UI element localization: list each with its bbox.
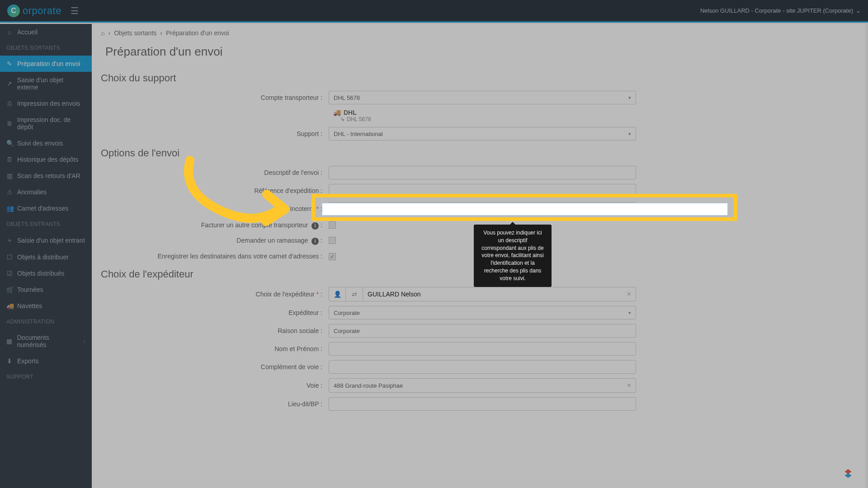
sidebar-item-anomalies[interactable]: ⚠Anomalies: [0, 184, 92, 200]
sidebar-item-external[interactable]: ↗Saisie d'un objet externe: [0, 72, 92, 95]
chevron-down-icon: ▾: [628, 131, 631, 137]
breadcrumb-l1[interactable]: Objets sortants: [114, 29, 156, 37]
section-options: Options de l'envoi: [92, 143, 866, 164]
sidebar-item-history[interactable]: 🗓Historique des dépôts: [0, 151, 92, 168]
expediter-name-input[interactable]: GUILLARD Nelson ×: [363, 287, 636, 301]
sidebar-section-incoming: OBJETS ENTRANTS: [0, 216, 92, 232]
sidebar-section-admin: ADMINISTRATION: [0, 314, 92, 329]
select-support[interactable]: DHL - International ▾: [329, 127, 636, 141]
logo[interactable]: C orporate: [7, 5, 61, 17]
label-ship-ref: Référence d'expédition :: [101, 187, 322, 194]
pencil-icon: ✎: [6, 60, 13, 67]
input-street[interactable]: 488 Grand-route Pasiphae×: [329, 378, 636, 393]
input-description[interactable]: [329, 166, 636, 179]
users-icon: 👥: [6, 205, 13, 212]
page-title: Préparation d'un envoi: [92, 42, 866, 68]
sidebar: ⌂ Accueil OBJETS SORTANTS ✎Préparation d…: [0, 24, 92, 488]
print-icon: ⎙: [6, 100, 13, 107]
sidebar-item-addressbook[interactable]: 👥Carnet d'adresses: [0, 200, 92, 216]
label-carrier-account: Compte transporteur :: [101, 94, 322, 101]
clear-icon[interactable]: ×: [627, 381, 631, 389]
grid-icon: ▦: [6, 338, 13, 345]
label-description: Descriptif de l'envoi :: [101, 169, 322, 176]
select-carrier-account[interactable]: DHL 5678 ▾: [329, 91, 636, 104]
sidebar-item-distributed[interactable]: ☑Objets distribués: [0, 265, 92, 282]
sidebar-item-preparation[interactable]: ✎Préparation d'un envoi: [0, 56, 92, 72]
select-value: DHL - International: [334, 131, 383, 137]
breadcrumb-home[interactable]: ⌂: [101, 29, 104, 37]
clear-icon[interactable]: ×: [627, 290, 631, 298]
sidebar-item-to-distribute[interactable]: ☐Objets à distribuer: [0, 249, 92, 265]
input-addr2[interactable]: [329, 360, 636, 374]
sidebar-item-print-ship[interactable]: ⎙Impression des envois: [0, 95, 92, 112]
plus-icon: ＋: [6, 236, 13, 244]
sidebar-item-label: Impression doc. de dépôt: [17, 116, 85, 131]
external-icon: ↗: [6, 80, 13, 87]
sidebar-item-label: Impression des envois: [17, 100, 80, 107]
label-expediter: Expéditeur :: [101, 309, 322, 316]
breadcrumb-l2: Préparation d'un envoi: [166, 29, 229, 37]
info-icon[interactable]: i: [311, 222, 319, 230]
box-icon: ☐: [6, 253, 13, 261]
carrier-name: DHL: [344, 109, 357, 116]
sidebar-item-label: Tournées: [17, 286, 43, 293]
label-save-addressbook: Enregistrer les destinataires dans votre…: [101, 252, 322, 260]
carrier-name-line: 🚚 DHL: [329, 109, 636, 116]
section-support-choice: Choix du support: [92, 68, 866, 89]
chevron-down-icon: ▾: [628, 95, 631, 101]
label-addr2: Complément de voie :: [101, 363, 322, 371]
checkbox-bill-other[interactable]: [329, 221, 336, 229]
checkbox-save-addressbook[interactable]: [329, 253, 336, 260]
chevron-down-icon: ⌄: [856, 7, 861, 14]
sidebar-item-scan-ar[interactable]: ▥Scan des retours d'AR: [0, 168, 92, 184]
sidebar-item-routes[interactable]: 🛒Tournées: [0, 282, 92, 298]
label-expediter-choice: Choix de l'expéditeur * :: [101, 291, 322, 298]
input-value: Corporate: [334, 328, 360, 334]
sidebar-item-print-deposit[interactable]: 🗎Impression doc. de dépôt: [0, 112, 92, 135]
checkbox-pickup[interactable]: [329, 237, 336, 244]
expediter-user-button[interactable]: 👤: [329, 287, 346, 301]
truck-icon: 🚚: [6, 302, 13, 310]
tooltip-description: Vous pouvez indiquer ici un descriptif c…: [474, 225, 552, 287]
sidebar-item-label: Documents numérisés: [17, 334, 79, 348]
select-expediter[interactable]: Corporate▾: [329, 306, 636, 319]
sidebar-section-outgoing: OBJETS SORTANTS: [0, 40, 92, 56]
label-incoterm: Incoterm * :: [101, 205, 322, 212]
menu-toggle-icon[interactable]: ☰: [71, 5, 79, 16]
description-text-input[interactable]: [326, 205, 724, 212]
label-street: Voie :: [101, 382, 322, 389]
sidebar-item-label: Exports: [17, 357, 38, 365]
label-name: Nom et Prénom :: [101, 345, 322, 352]
help-float-button[interactable]: [842, 467, 854, 480]
sidebar-item-tracking[interactable]: 🔍Suivi des envois: [0, 135, 92, 151]
label-bill-other: Facturer un autre compte transporteur i …: [101, 221, 322, 230]
carrier-sub-line: ↳DHL 5678: [329, 116, 636, 122]
logo-text: orporate: [23, 5, 61, 17]
download-icon: ⬇: [6, 357, 13, 365]
sidebar-item-exports[interactable]: ⬇Exports: [0, 353, 92, 369]
user-label: Nelson GUILLARD - Corporate - site JUPIT…: [700, 7, 853, 14]
input-place[interactable]: [329, 397, 636, 411]
home-icon: ⌂: [6, 28, 13, 36]
sidebar-item-label: Objets distribués: [17, 270, 64, 277]
sidebar-home[interactable]: ⌂ Accueil: [0, 24, 92, 40]
expediter-swap-button[interactable]: ⇄: [346, 287, 363, 301]
highlighted-description-input[interactable]: [322, 203, 728, 216]
sidebar-item-shuttles[interactable]: 🚚Navettes: [0, 298, 92, 314]
input-company[interactable]: Corporate: [329, 324, 636, 338]
sidebar-item-label: Historique des dépôts: [17, 156, 78, 163]
sidebar-item-scanned-docs[interactable]: ▦Documents numérisés‹: [0, 329, 92, 353]
input-name[interactable]: [329, 342, 636, 356]
sidebar-item-incoming-entry[interactable]: ＋Saisie d'un objet entrant: [0, 232, 92, 249]
sidebar-item-label: Objets à distribuer: [17, 253, 69, 261]
calendar-icon: 🗓: [6, 156, 13, 163]
input-ship-ref[interactable]: [329, 184, 636, 197]
logo-icon: C: [7, 5, 20, 17]
label-pickup: Demander un ramassage i :: [101, 237, 322, 245]
sidebar-item-label: Accueil: [17, 28, 38, 36]
chevron-down-icon: ▾: [628, 310, 631, 316]
label-place: Lieu-dit/BP :: [101, 400, 322, 408]
user-menu[interactable]: Nelson GUILLARD - Corporate - site JUPIT…: [700, 7, 861, 14]
info-icon[interactable]: i: [311, 238, 319, 245]
branch-icon: ↳: [340, 116, 345, 122]
